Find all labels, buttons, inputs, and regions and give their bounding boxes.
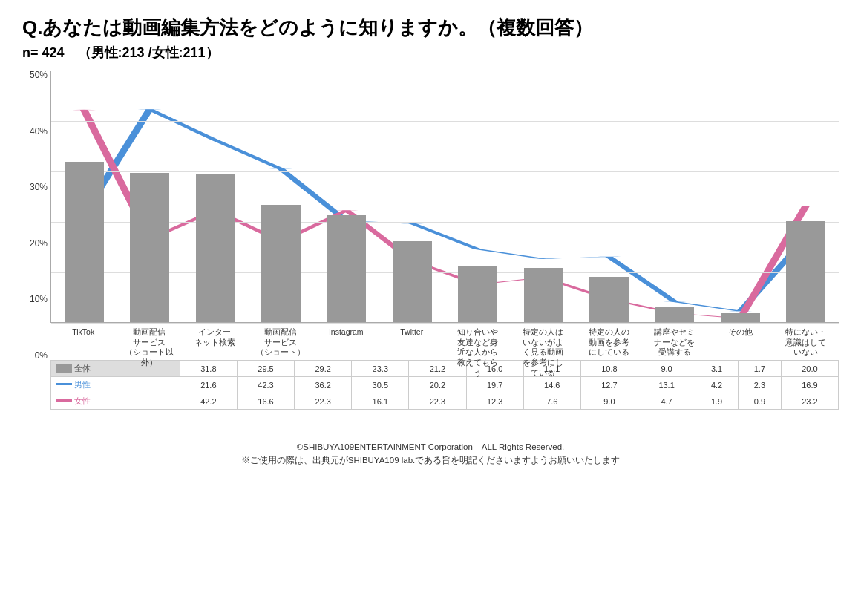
x-labels: TikTok動画配信サービス（ショート以外）インターネット検索動画配信サービス（… bbox=[50, 324, 839, 432]
footer: ©SHIBUYA109ENTERTAINMENT Corporation ALL… bbox=[22, 440, 839, 468]
x-label-video_short: 動画配信サービス（ショート） bbox=[248, 324, 314, 432]
y-axis-label: 20% bbox=[30, 239, 48, 248]
x-label-seminar: 講座やセミナーなどを受講する bbox=[642, 324, 708, 432]
x-label-video_short_other: 動画配信サービス（ショート以外） bbox=[117, 324, 183, 432]
x-label-other: その他 bbox=[707, 324, 773, 432]
x-label-specific_watch: 特定の人はいないがよく見る動画を参考にしている bbox=[511, 324, 577, 432]
x-label-instagram: Instagram bbox=[313, 324, 379, 432]
y-axis-label: 0% bbox=[35, 351, 48, 360]
y-axis-label: 40% bbox=[30, 127, 48, 136]
bar-video_short_other bbox=[130, 173, 169, 322]
grid-line bbox=[51, 272, 839, 273]
x-label-none: 特にない・意識はしていない bbox=[773, 324, 839, 432]
bar-internet bbox=[196, 174, 235, 322]
bar-other bbox=[721, 313, 760, 322]
x-label-twitter: Twitter bbox=[379, 324, 445, 432]
bar-specific_ref bbox=[589, 277, 629, 322]
grid-line bbox=[51, 222, 839, 223]
subtitle: n= 424 （男性:213 /女性:211） bbox=[22, 44, 839, 62]
chart-area: 50%40%30%20%10%0% TikTok動画配信サービス（ショート以外）… bbox=[22, 71, 839, 360]
bar-tiktok bbox=[65, 162, 104, 322]
line-chart bbox=[51, 71, 839, 323]
grid-line bbox=[51, 171, 839, 172]
bar-twitter bbox=[393, 241, 432, 322]
bar-acquaintance bbox=[458, 266, 497, 322]
plot-area bbox=[50, 71, 839, 323]
bar-seminar bbox=[655, 307, 694, 322]
x-label-tiktok: TikTok bbox=[50, 324, 117, 432]
x-label-specific_ref: 特定の人の動画を参考にしている bbox=[576, 324, 642, 432]
bar-instagram bbox=[327, 215, 366, 322]
bar-none bbox=[786, 221, 825, 322]
x-label-acquaintance: 知り合いや友達など身近な人から教えてもらう bbox=[445, 324, 511, 432]
y-axis: 50%40%30%20%10%0% bbox=[22, 71, 50, 360]
y-axis-label: 50% bbox=[30, 71, 48, 79]
y-axis-label: 30% bbox=[30, 183, 48, 191]
bar-video_short bbox=[261, 205, 301, 322]
bar-specific_watch bbox=[524, 268, 563, 322]
grid-line bbox=[51, 71, 839, 71]
grid-line bbox=[51, 323, 839, 324]
page-title: Q.あなたは動画編集方法をどのように知りますか。（複数回答） bbox=[22, 15, 839, 41]
grid-line bbox=[51, 121, 839, 122]
chart-container: 50%40%30%20%10%0% TikTok動画配信サービス（ショート以外）… bbox=[22, 71, 839, 434]
x-label-internet: インターネット検索 bbox=[182, 324, 248, 432]
y-axis-label: 10% bbox=[30, 295, 48, 304]
